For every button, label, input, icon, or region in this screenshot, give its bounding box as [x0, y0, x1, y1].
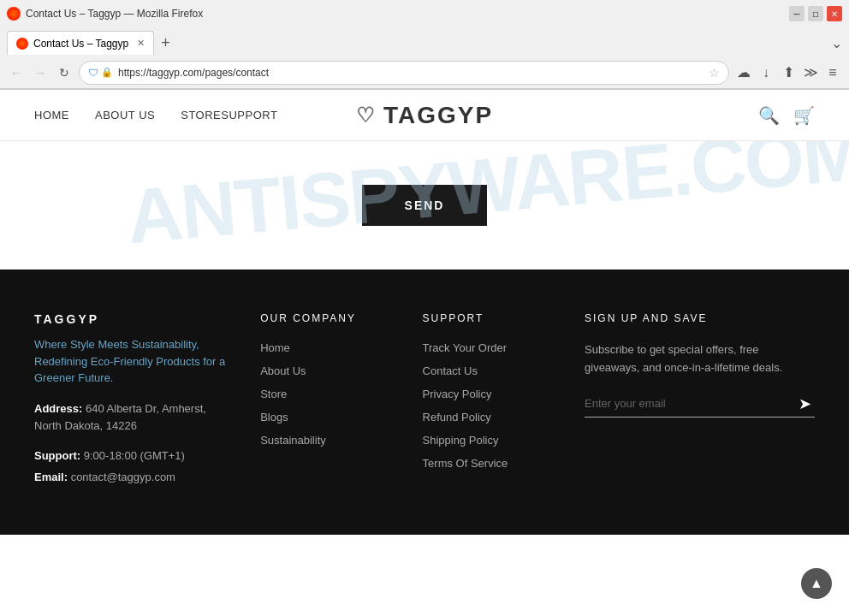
email-input[interactable] — [585, 397, 795, 410]
footer-terms-of-service-link[interactable]: Terms Of Service — [423, 457, 550, 470]
footer-tagline-text: Where Style Meets Sustainability, Redefi… — [34, 338, 225, 384]
tab-favicon — [16, 38, 28, 50]
send-button[interactable]: SEND — [362, 185, 488, 226]
subscribe-text: Subscribe to get special offers, free gi… — [585, 341, 815, 377]
nav-links-support: SUPPORT — [221, 109, 277, 121]
email-value: contact@taggyp.com — [71, 471, 175, 483]
footer-about-link[interactable]: About Us — [260, 364, 388, 377]
sync-button[interactable]: ☁ — [734, 63, 753, 82]
share-button[interactable]: ⬆ — [779, 63, 798, 82]
footer-shipping-policy-link[interactable]: Shipping Policy — [423, 434, 550, 447]
title-bar: Contact Us – Taggyp — Mozilla Firefox ─ … — [0, 0, 849, 27]
minimize-button[interactable]: ─ — [789, 6, 804, 21]
menu-button[interactable]: ≡ — [823, 63, 842, 82]
logo-text: TAGGYP — [383, 102, 493, 129]
email-submit-button[interactable]: ➤ — [795, 394, 815, 413]
site-content: HOME ABOUT US STORE ♡ TAGGYP SUPPORT 🔍 🛒… — [0, 90, 849, 616]
window-controls: ─ □ ✕ — [789, 6, 842, 21]
nav-home[interactable]: HOME — [34, 109, 69, 121]
title-bar-left: Contact Us – Taggyp — Mozilla Firefox — [7, 7, 203, 21]
nav-right: 🔍 🛒 — [758, 105, 815, 126]
footer-track-order-link[interactable]: Track Your Order — [423, 341, 550, 354]
footer-email: Email: contact@taggyp.com — [34, 471, 226, 483]
footer-tagline: Where Style Meets Sustainability, Redefi… — [34, 336, 226, 387]
footer-address: Address: 640 Alberta Dr, Amherst, North … — [34, 400, 226, 436]
footer-company-col: OUR COMPANY Home About Us Store Blogs Su… — [260, 312, 388, 483]
tab-overflow-button[interactable]: ⌄ — [831, 35, 842, 51]
footer-brand-col: TAGGYP Where Style Meets Sustainability,… — [34, 312, 226, 483]
maximize-button[interactable]: □ — [808, 6, 823, 21]
active-tab[interactable]: Contact Us – Taggyp ✕ — [7, 31, 154, 55]
bookmark-star-icon[interactable]: ☆ — [709, 66, 720, 80]
browser-actions: ☁ ↓ ⬆ ≫ ≡ — [734, 63, 842, 82]
new-tab-button[interactable]: + — [154, 34, 177, 52]
footer-blogs-link[interactable]: Blogs — [260, 411, 388, 424]
nav-links-left: HOME ABOUT US STORE — [34, 109, 221, 121]
tab-close-button[interactable]: ✕ — [137, 38, 145, 49]
shield-icon: 🛡 — [88, 67, 98, 79]
footer-contact-us-link[interactable]: Contact Us — [423, 364, 550, 377]
footer-support-col: SUPPORT Track Your Order Contact Us Priv… — [423, 312, 550, 483]
extensions-button[interactable]: ≫ — [801, 63, 820, 82]
back-to-top-button[interactable]: ▲ — [801, 568, 832, 599]
close-button[interactable]: ✕ — [827, 6, 842, 21]
our-company-title: OUR COMPANY — [260, 312, 388, 324]
window-title: Contact Us – Taggyp — Mozilla Firefox — [26, 8, 203, 20]
footer-store-link[interactable]: Store — [260, 388, 388, 400]
support-title: SUPPORT — [423, 312, 550, 324]
email-form: ➤ — [585, 394, 815, 418]
nav-store[interactable]: STORE — [181, 109, 221, 121]
back-button[interactable]: ← — [7, 63, 26, 82]
footer-brand-name: TAGGYP — [34, 312, 226, 326]
footer-support-hours: Support: 9:00-18:00 (GMT+1) — [34, 449, 226, 462]
download-button[interactable]: ↓ — [757, 63, 775, 82]
site-logo[interactable]: ♡ TAGGYP — [356, 102, 493, 129]
footer-refund-policy-link[interactable]: Refund Policy — [423, 411, 550, 424]
address-label: Address: — [34, 402, 82, 415]
support-value: 9:00-18:00 (GMT+1) — [84, 449, 185, 462]
signup-title: SIGN UP AND SAVE — [585, 312, 815, 324]
site-navigation: HOME ABOUT US STORE ♡ TAGGYP SUPPORT 🔍 🛒 — [0, 90, 849, 141]
footer-grid: TAGGYP Where Style Meets Sustainability,… — [34, 312, 815, 483]
site-footer: TAGGYP Where Style Meets Sustainability,… — [0, 270, 849, 535]
forward-button[interactable]: → — [31, 63, 50, 82]
lock-icon: 🔒 — [101, 67, 113, 78]
url-text: https://taggyp.com/pages/contact — [118, 67, 704, 79]
cart-button[interactable]: 🛒 — [793, 105, 815, 126]
search-button[interactable]: 🔍 — [758, 105, 780, 126]
footer-home-link[interactable]: Home — [260, 341, 388, 354]
nav-support[interactable]: SUPPORT — [221, 109, 277, 121]
tab-label: Contact Us – Taggyp — [33, 38, 128, 50]
footer-sustainability-link[interactable]: Sustainability — [260, 434, 388, 447]
footer-privacy-policy-link[interactable]: Privacy Policy — [423, 388, 550, 400]
support-label: Support: — [34, 449, 80, 462]
address-bar: ← → ↻ 🛡 🔒 https://taggyp.com/pages/conta… — [0, 56, 849, 89]
footer-signup-col: SIGN UP AND SAVE Subscribe to get specia… — [585, 312, 815, 483]
url-security: 🛡 🔒 — [88, 67, 113, 79]
tab-bar: Contact Us – Taggyp ✕ + ⌄ — [0, 27, 849, 56]
reload-button[interactable]: ↻ — [55, 63, 74, 82]
logo-heart-icon: ♡ — [356, 104, 377, 127]
nav-about-us[interactable]: ABOUT US — [95, 109, 155, 121]
email-label: Email: — [34, 471, 68, 483]
browser-chrome: Contact Us – Taggyp — Mozilla Firefox ─ … — [0, 0, 849, 90]
main-content: ANTISPYWARE.COM SEND — [0, 141, 849, 270]
firefox-icon — [7, 7, 21, 21]
url-bar[interactable]: 🛡 🔒 https://taggyp.com/pages/contact ☆ — [79, 61, 729, 85]
